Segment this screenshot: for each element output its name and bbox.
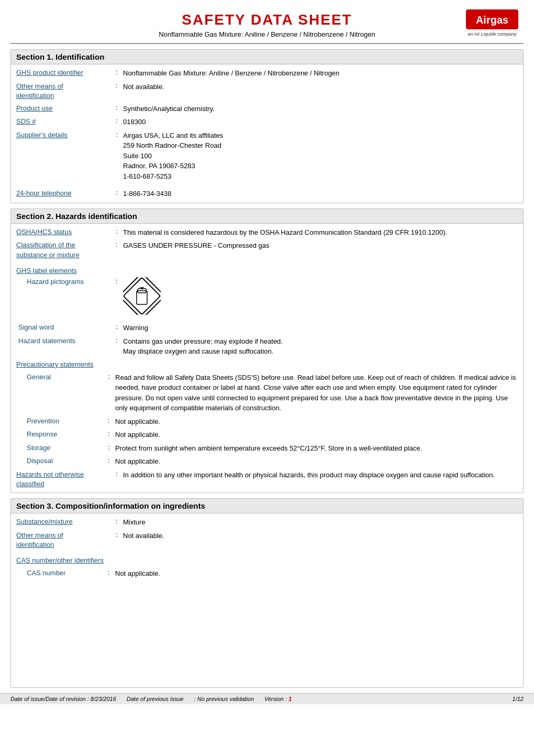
label-other-means-s3: Other means ofidentification bbox=[16, 531, 116, 550]
label-hazard-statements: Hazard statements bbox=[16, 336, 116, 346]
row-cas-number: CAS number : Not applicable. bbox=[11, 567, 523, 580]
label-osha-status: OSHA/HCS status bbox=[16, 227, 116, 237]
value-prevention: Not applicable. bbox=[115, 417, 518, 427]
value-telephone: 1-866-734-3438 bbox=[123, 189, 518, 199]
label-hazards-not-classified: Hazards not otherwiseclassified bbox=[16, 470, 116, 489]
value-general: Read and follow all Safety Data Sheets (… bbox=[115, 372, 518, 413]
value-hazards-not-classified: In addition to any other important healt… bbox=[123, 470, 518, 480]
value-hazard-statements: Contains gas under pressure; may explode… bbox=[123, 336, 518, 357]
label-response: Response bbox=[16, 430, 108, 439]
label-storage: Storage bbox=[16, 443, 108, 453]
header-divider bbox=[10, 43, 524, 44]
row-disposal: Disposal : Not applicable. bbox=[11, 455, 523, 468]
compressed-gas-pictogram bbox=[123, 277, 161, 315]
value-response: Not applicable. bbox=[115, 430, 518, 440]
value-hazard-pictograms bbox=[123, 277, 518, 318]
value-sds-number: 018300 bbox=[123, 117, 518, 127]
row-signal-word: Signal word : Warning bbox=[11, 321, 523, 335]
ghs-label-elements-header: GHS label elements bbox=[11, 265, 523, 276]
row-storage: Storage : Protect from sunlight when amb… bbox=[11, 442, 523, 455]
value-osha-status: This material is considered hazardous by… bbox=[123, 227, 518, 238]
label-precautionary: Precautionary statements bbox=[16, 360, 116, 369]
value-product-use: Synthetic/Analytical chemistry. bbox=[123, 104, 518, 114]
footer: Date of issue/Date of revision : 8/23/20… bbox=[0, 693, 534, 704]
footer-left: Date of issue/Date of revision : 8/23/20… bbox=[10, 696, 292, 702]
logo-area: Airgas an Air Liquide company bbox=[461, 9, 518, 40]
row-supplier: Supplier's details : Airgas USA, LLC and… bbox=[11, 129, 523, 183]
svg-text:Airgas: Airgas bbox=[476, 14, 508, 26]
value-other-means-s3: Not available. bbox=[123, 531, 518, 541]
label-hazard-pictograms: Hazard pictograms bbox=[16, 277, 116, 287]
label-substance-mixture: Substance/mixture bbox=[16, 517, 116, 527]
section-1: Section 1. Identification GHS product id… bbox=[10, 49, 524, 203]
label-ghs-identifier: GHS product identifier bbox=[16, 68, 116, 78]
label-supplier: Supplier's details bbox=[16, 130, 116, 140]
row-substance-mixture: Substance/mixture : Mixture bbox=[11, 516, 523, 529]
section-2-body: OSHA/HCS status : This material is consi… bbox=[11, 224, 523, 492]
row-hazard-statements: Hazard statements : Contains gas under p… bbox=[11, 335, 523, 358]
label-other-means: Other means ofidentification bbox=[16, 82, 116, 101]
value-signal-word: Warning bbox=[123, 323, 518, 333]
row-product-use: Product use : Synthetic/Analytical chemi… bbox=[11, 102, 523, 116]
row-telephone: 24-hour telephone : 1-866-734-3438 bbox=[11, 187, 523, 201]
label-product-use: Product use bbox=[16, 104, 116, 113]
footer-version: Version : 1 bbox=[264, 696, 292, 702]
section-3-body: Substance/mixture : Mixture Other means … bbox=[11, 513, 523, 687]
page-title: SAFETY DATA SHEET bbox=[73, 12, 461, 28]
label-signal-word: Signal word bbox=[16, 323, 116, 332]
row-ghs-identifier: GHS product identifier : Nonflammable Ga… bbox=[11, 67, 523, 80]
footer-date-previous: Date of previous issue bbox=[127, 696, 184, 702]
row-response: Response : Not applicable. bbox=[11, 428, 523, 442]
row-sds-number: SDS # : 018300 bbox=[11, 115, 523, 129]
header: SAFETY DATA SHEET Nonflammable Gas Mixtu… bbox=[0, 0, 534, 43]
label-sds-number: SDS # bbox=[16, 117, 116, 126]
footer-page: 1/12 bbox=[513, 696, 524, 702]
section-2: Section 2. Hazards identification OSHA/H… bbox=[10, 209, 524, 493]
page: SAFETY DATA SHEET Nonflammable Gas Mixtu… bbox=[0, 0, 534, 704]
section-1-body: GHS product identifier : Nonflammable Ga… bbox=[11, 64, 523, 203]
row-classification: Classification of thesubstance or mixtur… bbox=[11, 239, 523, 261]
row-other-means: Other means ofidentification : Not avail… bbox=[11, 80, 523, 102]
value-substance-mixture: Mixture bbox=[123, 517, 518, 528]
row-cas-header: CAS number/other identifiers bbox=[11, 554, 523, 567]
value-storage: Protect from sunlight when ambient tempe… bbox=[115, 443, 518, 454]
row-hazards-not-classified: Hazards not otherwiseclassified : In add… bbox=[11, 468, 523, 490]
row-other-means-s3: Other means ofidentification : Not avail… bbox=[11, 529, 523, 551]
row-prevention: Prevention : Not applicable. bbox=[11, 415, 523, 429]
value-other-means: Not available. bbox=[123, 82, 518, 92]
svg-text:an Air Liquide company: an Air Liquide company bbox=[468, 31, 517, 37]
value-disposal: Not applicable. bbox=[115, 456, 518, 467]
row-osha-status: OSHA/HCS status : This material is consi… bbox=[11, 226, 523, 239]
row-precautionary-header: Precautionary statements bbox=[11, 358, 523, 371]
header-center: SAFETY DATA SHEET Nonflammable Gas Mixtu… bbox=[73, 9, 461, 38]
footer-date-issue: Date of issue/Date of revision : 8/23/20… bbox=[10, 696, 116, 702]
svg-rect-3 bbox=[123, 277, 161, 315]
value-classification: GASES UNDER PRESSURE - Compressed gas bbox=[123, 240, 518, 251]
value-supplier: Airgas USA, LLC and its affiliates 259 N… bbox=[123, 130, 518, 182]
row-general: General : Read and follow all Safety Dat… bbox=[11, 371, 523, 415]
section-3: Section 3. Composition/information on in… bbox=[10, 498, 524, 688]
label-cas-header: CAS number/other identifiers bbox=[16, 556, 116, 565]
header-subtitle: Nonflammable Gas Mixture: Aniline / Benz… bbox=[73, 30, 461, 38]
label-telephone: 24-hour telephone bbox=[16, 189, 116, 198]
footer-date-previous-value: : No previous validation bbox=[194, 696, 254, 702]
value-ghs-identifier: Nonflammable Gas Mixture: Aniline / Benz… bbox=[123, 68, 518, 79]
label-disposal: Disposal bbox=[16, 456, 108, 466]
value-cas-number: Not applicable. bbox=[115, 568, 518, 579]
label-classification: Classification of thesubstance or mixtur… bbox=[16, 240, 116, 259]
section-3-header: Section 3. Composition/information on in… bbox=[11, 499, 523, 513]
label-prevention: Prevention bbox=[16, 417, 108, 426]
airgas-logo: Airgas an Air Liquide company bbox=[466, 9, 518, 38]
section-2-header: Section 2. Hazards identification bbox=[11, 209, 523, 224]
section-1-header: Section 1. Identification bbox=[11, 50, 523, 64]
row-hazard-pictograms: Hazard pictograms : bbox=[11, 276, 523, 320]
label-general: General bbox=[16, 372, 108, 382]
label-cas-number: CAS number bbox=[16, 568, 108, 578]
